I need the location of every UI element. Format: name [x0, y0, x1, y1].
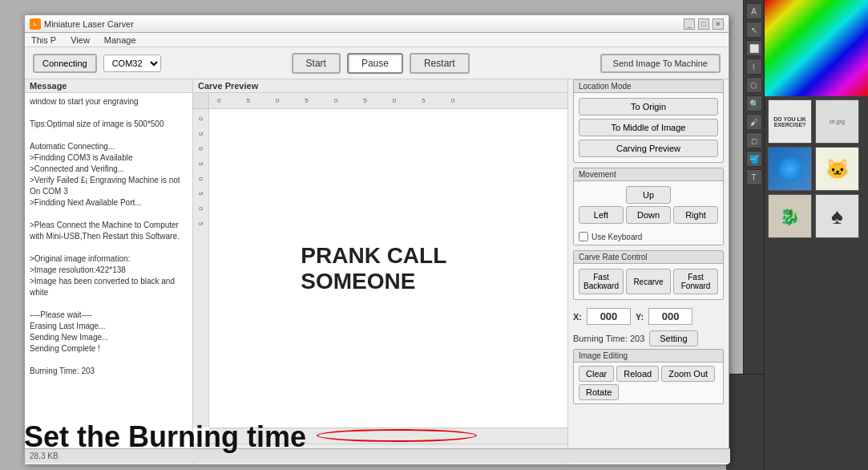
message-content: window to start your engraving Tips:Opti… — [30, 96, 188, 377]
menu-manage[interactable]: Manage — [101, 35, 139, 45]
restart-button[interactable]: Restart — [410, 53, 470, 74]
preview-header: Carve Preview — [193, 79, 567, 93]
start-button[interactable]: Start — [292, 53, 341, 74]
y-label: Y: — [636, 312, 644, 322]
prank-text: PRANK CALL SOMEONE — [301, 243, 446, 294]
location-mode-body: To Origin To Middle of Image Carving Pre… — [574, 93, 723, 162]
burn-row: Burning Time: 203 Setting — [568, 328, 729, 349]
fast-backward-button[interactable]: Fast Backward — [579, 269, 624, 294]
ps-panel: DO YOU LIK EXERCISE? dr.jpg 🐱 🐉 ♠ — [764, 0, 868, 470]
menu-view[interactable]: View — [67, 35, 93, 45]
message-body: window to start your engraving Tips:Opti… — [25, 93, 192, 450]
setting-button[interactable]: Setting — [649, 330, 697, 346]
preview-canvas[interactable]: 0 5 0 5 0 5 0 5 0 0 5 0 5 0 5 0 5 — [193, 93, 567, 444]
ps-tool-crop[interactable]: ⬡ — [746, 77, 762, 93]
to-origin-button[interactable]: To Origin — [579, 98, 718, 115]
content-area: Message window to start your engraving T… — [25, 79, 729, 464]
image-editing-title: Image Editing — [574, 350, 723, 363]
movement-title: Movement — [574, 168, 723, 181]
message-panel: Message window to start your engraving T… — [25, 79, 193, 464]
ps-tool-lasso[interactable]: ⌇ — [746, 59, 762, 75]
menu-this-p[interactable]: This P — [28, 35, 59, 45]
file-size-label: 28.3 KB — [30, 452, 59, 460]
ps-tool-marquee[interactable]: ⬜ — [746, 40, 762, 56]
right-button[interactable]: Right — [673, 206, 718, 224]
message-header: Message — [25, 79, 192, 93]
ps-thumb-ffd: 🐉 — [768, 194, 812, 238]
left-button[interactable]: Left — [579, 206, 624, 224]
carve-rate-body: Fast Backward Recarve Fast Forward — [574, 264, 723, 299]
movement-body: Up Left Down Right — [574, 181, 723, 229]
carving-preview-button[interactable]: Carving Preview — [579, 140, 718, 157]
canvas-drawing-area[interactable]: PRANK CALL SOMEONE — [209, 109, 567, 427]
toolbar: Connecting COM32 Start Pause Restart Sen… — [25, 47, 729, 79]
minimize-button[interactable]: _ — [684, 18, 695, 30]
x-label: X: — [573, 312, 582, 322]
ps-tool-paint[interactable]: 🪣 — [746, 151, 762, 167]
to-middle-button[interactable]: To Middle of Image — [579, 119, 718, 136]
movement-group: Movement Up Left Down Right Use Keyboard — [573, 168, 724, 245]
pause-button[interactable]: Pause — [347, 53, 403, 74]
ps-thumb-logo2: 🐱 — [815, 147, 859, 191]
connecting-button[interactable]: Connecting — [33, 54, 97, 73]
color-picker[interactable] — [765, 0, 868, 96]
clear-button[interactable]: Clear — [579, 366, 614, 382]
fast-forward-button[interactable]: Fast Forward — [673, 269, 718, 294]
ps-tool-text[interactable]: T — [746, 169, 762, 185]
status-bar: 28.3 KB — [25, 448, 730, 463]
carve-rate-title: Carve Rate Control — [574, 251, 723, 264]
coord-row: X: 000 Y: 000 — [568, 305, 729, 328]
down-button[interactable]: Down — [626, 206, 671, 224]
ps-tool-eraser[interactable]: ◻ — [746, 132, 762, 148]
menubar: This P View Manage — [25, 33, 729, 47]
x-value: 000 — [587, 308, 631, 325]
burning-time-label: Burning Time: 203 — [573, 334, 644, 343]
laser-window: L Miniature Laser Carver _ □ ✕ This P Vi… — [24, 14, 729, 464]
y-value: 000 — [648, 308, 692, 325]
use-keyboard-checkbox[interactable] — [579, 232, 588, 241]
use-keyboard-label: Use Keyboard — [591, 233, 642, 241]
ps-tool-eyedrop[interactable]: 🔍 — [746, 95, 762, 111]
rate-buttons: Fast Backward Recarve Fast Forward — [579, 269, 718, 294]
app-icon: L — [30, 18, 41, 30]
recarve-button[interactable]: Recarve — [626, 269, 671, 294]
oval-highlight — [317, 429, 477, 442]
carve-rate-group: Carve Rate Control Fast Backward Recarve… — [573, 250, 724, 300]
ps-thumb-dr: dr.jpg — [815, 99, 859, 144]
ps-tool-move[interactable]: ↖ — [746, 22, 762, 38]
ps-tool-select[interactable]: A — [746, 3, 762, 19]
titlebar: L Miniature Laser Carver _ □ ✕ — [25, 15, 729, 33]
rotate-button[interactable]: Rotate — [579, 384, 619, 400]
close-button[interactable]: ✕ — [713, 18, 724, 30]
ps-thumb-logo-go — [768, 147, 812, 191]
zoom-out-button[interactable]: Zoom Out — [661, 366, 715, 382]
ps-image-gallery: DO YOU LIK EXERCISE? dr.jpg 🐱 🐉 ♠ — [765, 96, 868, 241]
ps-tool-brush[interactable]: 🖌 — [746, 114, 762, 130]
send-image-button[interactable]: Send Image To Machine — [600, 54, 721, 73]
ruler-bottom — [209, 427, 567, 444]
maximize-button[interactable]: □ — [698, 18, 709, 30]
location-mode-title: Location Mode — [574, 80, 723, 93]
ruler-left: 0 5 0 5 0 5 0 5 — [193, 109, 209, 427]
ruler-corner — [193, 93, 209, 109]
port-select[interactable]: COM32 — [103, 55, 161, 72]
image-editing-buttons: Clear Reload Zoom Out Rotate — [574, 363, 723, 403]
window-title: Miniature Laser Carver — [44, 19, 680, 29]
ps-thumb-spade: ♠ — [815, 194, 859, 238]
ps-layers-panel — [726, 374, 764, 470]
preview-panel: Carve Preview 0 5 0 5 0 5 0 5 0 — [193, 79, 568, 464]
ruler-top: 0 5 0 5 0 5 0 5 0 — [209, 93, 567, 109]
location-mode-group: Location Mode To Origin To Middle of Ima… — [573, 79, 724, 163]
reload-button[interactable]: Reload — [616, 366, 659, 382]
image-editing-group: Image Editing Clear Reload Zoom Out Rota… — [573, 349, 724, 404]
ps-thumb-exercise: DO YOU LIK EXERCISE? — [768, 99, 812, 144]
keyboard-row: Use Keyboard — [574, 229, 723, 245]
control-panel: Location Mode To Origin To Middle of Ima… — [568, 79, 729, 464]
up-button[interactable]: Up — [626, 186, 671, 204]
move-grid: Up Left Down Right — [579, 186, 718, 224]
